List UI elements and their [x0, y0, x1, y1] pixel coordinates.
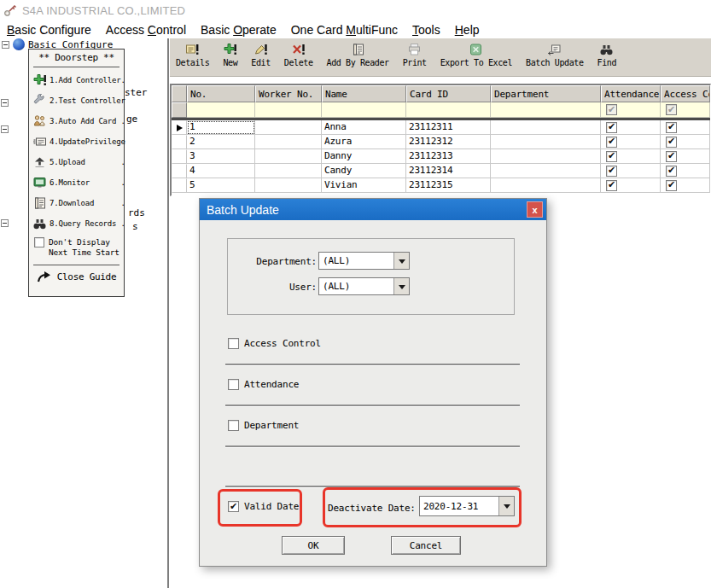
- dialog-title-bar[interactable]: Batch Update x: [200, 199, 546, 220]
- chevron-down-icon[interactable]: [393, 253, 409, 269]
- cell-department[interactable]: [491, 120, 601, 135]
- cell-access-control[interactable]: [661, 120, 710, 135]
- cell-worker-no[interactable]: [255, 164, 322, 178]
- attendance-checkbox[interactable]: [606, 166, 617, 177]
- filter-cell-department[interactable]: [491, 102, 601, 118]
- cell-name[interactable]: Candy: [322, 164, 406, 178]
- doorstep-item-test-controller[interactable]: 2.Test Controller: [29, 90, 124, 111]
- ok-button[interactable]: OK: [282, 536, 345, 555]
- column-header-card-id[interactable]: Card ID: [406, 85, 491, 102]
- cell-access-control[interactable]: [661, 164, 710, 178]
- tree-expand-icon[interactable]: [1, 125, 9, 133]
- table-row[interactable]: 5 Vivian 23112315: [172, 178, 710, 193]
- doorstep-item-monitor[interactable]: 6.Monitor .: [29, 172, 124, 193]
- cell-card-id[interactable]: 23112311: [406, 120, 491, 135]
- attendance-checkbox[interactable]: [606, 137, 617, 148]
- access-control-option[interactable]: Access Control: [228, 338, 321, 349]
- doorstep-item-add-controller[interactable]: 1.Add Controller.: [29, 70, 124, 90]
- cell-attendance[interactable]: [601, 149, 661, 164]
- cell-card-id[interactable]: 23112315: [406, 178, 491, 193]
- filter-cell-access-control[interactable]: [661, 102, 710, 118]
- department-select[interactable]: (ALL): [318, 252, 410, 270]
- filter-cell-no[interactable]: [187, 102, 255, 118]
- table-row[interactable]: 3 Danny 23112313: [172, 149, 710, 164]
- details-button[interactable]: Details: [172, 41, 213, 76]
- access-control-checkbox[interactable]: [228, 338, 239, 349]
- cell-name[interactable]: Danny: [322, 149, 406, 164]
- tree-expand-icon[interactable]: [2, 41, 9, 49]
- cell-attendance[interactable]: [601, 164, 661, 178]
- cell-access-control[interactable]: [661, 178, 710, 193]
- doorstep-item-auto-add-card[interactable]: 3.Auto Add Card .: [29, 111, 124, 131]
- cancel-button[interactable]: Cancel: [391, 536, 461, 555]
- access-control-checkbox[interactable]: [666, 122, 677, 133]
- doorstep-item-download[interactable]: 7.Download .: [29, 193, 124, 213]
- close-icon[interactable]: x: [527, 201, 543, 218]
- print-button[interactable]: Print: [399, 41, 431, 76]
- deactivate-date-select[interactable]: 2020-12-31: [419, 496, 515, 516]
- cell-worker-no[interactable]: [255, 135, 322, 149]
- cell-worker-no[interactable]: [255, 178, 322, 193]
- table-row[interactable]: 1 Anna 23112311: [172, 120, 710, 135]
- dont-display-option[interactable]: Don't DisplayNext Time Start: [29, 234, 124, 261]
- tree-expand-icon[interactable]: [1, 219, 9, 227]
- cell-attendance[interactable]: [601, 178, 661, 193]
- access-control-checkbox[interactable]: [666, 166, 677, 177]
- cell-attendance[interactable]: [601, 135, 661, 149]
- table-row[interactable]: 2 Azura 23112312: [172, 135, 710, 149]
- find-button[interactable]: Find: [593, 41, 621, 76]
- attendance-option[interactable]: Attendance: [228, 379, 299, 390]
- dont-display-checkbox[interactable]: [34, 237, 44, 247]
- cell-card-id[interactable]: 23112314: [406, 164, 491, 178]
- cell-department[interactable]: [491, 164, 601, 178]
- filter-cell-attendance[interactable]: [601, 102, 661, 118]
- cell-name[interactable]: Vivian: [322, 178, 406, 193]
- cell-card-id[interactable]: 23112312: [406, 135, 491, 149]
- new-button[interactable]: New: [219, 41, 242, 76]
- cell-department[interactable]: [491, 135, 601, 149]
- filter-cell-card-id[interactable]: [406, 102, 491, 118]
- cell-access-control[interactable]: [661, 149, 710, 164]
- filter-attendance-checkbox[interactable]: [606, 104, 617, 115]
- doorstep-item-query-records[interactable]: 8.Query Records .: [29, 213, 124, 234]
- cell-no[interactable]: 5: [187, 178, 255, 193]
- attendance-checkbox[interactable]: [606, 180, 617, 191]
- column-header-attendance[interactable]: Attendance: [601, 85, 661, 102]
- column-header-department[interactable]: Department: [491, 85, 601, 102]
- doorstep-item-update-privilege[interactable]: 4.UpdatePrivilege: [29, 131, 124, 152]
- cell-attendance[interactable]: [601, 120, 661, 135]
- cell-department[interactable]: [491, 149, 601, 164]
- cell-no[interactable]: 1: [187, 120, 255, 135]
- cell-card-id[interactable]: 23112313: [406, 149, 491, 164]
- batch-update-button[interactable]: Batch Update: [522, 41, 587, 76]
- export-to-excel-button[interactable]: Export To Excel: [436, 41, 516, 76]
- access-control-checkbox[interactable]: [666, 137, 677, 148]
- cell-no[interactable]: 2: [187, 135, 255, 149]
- user-select[interactable]: (ALL): [318, 277, 410, 295]
- attendance-checkbox[interactable]: [228, 379, 239, 390]
- close-guide-button[interactable]: Close Guide: [29, 271, 124, 282]
- access-control-checkbox[interactable]: [666, 180, 677, 191]
- menu-tools[interactable]: Tools: [412, 23, 440, 37]
- access-control-checkbox[interactable]: [666, 151, 677, 162]
- cell-department[interactable]: [491, 178, 601, 193]
- table-row[interactable]: 4 Candy 23112314: [172, 164, 710, 178]
- attendance-checkbox[interactable]: [606, 151, 617, 162]
- cell-no[interactable]: 4: [187, 164, 255, 178]
- menu-basic-operate[interactable]: Basic Operate: [201, 23, 277, 37]
- column-header-worker-no[interactable]: Worker No.: [255, 85, 322, 102]
- cell-access-control[interactable]: [661, 135, 710, 149]
- tree-expand-icon[interactable]: [1, 99, 9, 107]
- cell-name[interactable]: Anna: [322, 120, 406, 135]
- doorstep-item-upload[interactable]: 5.Upload .: [29, 152, 124, 172]
- menu-one-card-multifunc[interactable]: One Card MultiFunc: [291, 23, 398, 37]
- cell-name[interactable]: Azura: [322, 135, 406, 149]
- chevron-down-icon[interactable]: [498, 497, 514, 515]
- delete-button[interactable]: Delete: [280, 41, 318, 76]
- cell-no[interactable]: 3: [187, 149, 255, 164]
- menu-basic-configure[interactable]: Basic Configure: [7, 23, 91, 37]
- department-checkbox[interactable]: [228, 420, 239, 431]
- department-option[interactable]: Department: [228, 420, 299, 431]
- chevron-down-icon[interactable]: [393, 278, 409, 294]
- edit-button[interactable]: Edit: [247, 41, 274, 76]
